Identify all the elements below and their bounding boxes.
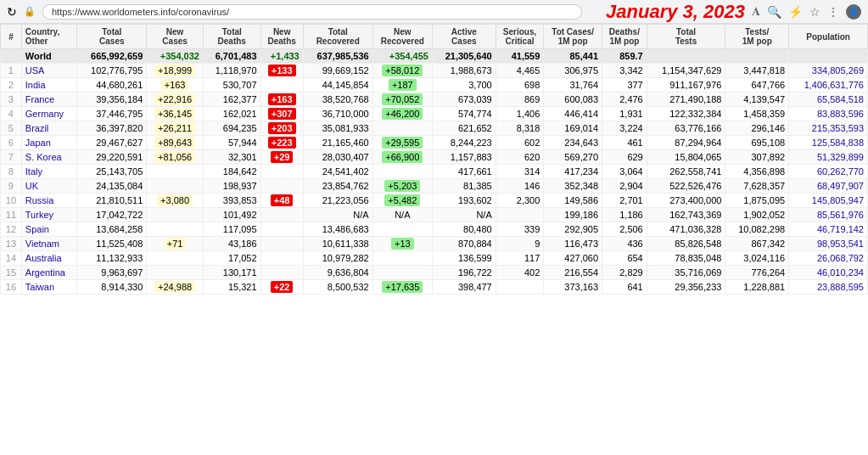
row-country[interactable]: Brazil	[21, 121, 77, 136]
col-country[interactable]: Country,Other	[21, 25, 77, 49]
col-num: #	[1, 25, 22, 49]
row-total-recovered: 36,710,000	[303, 107, 372, 121]
row-num: 8	[1, 165, 22, 179]
row-tot-cases-1m: 292,905	[544, 222, 602, 237]
col-total-recovered[interactable]: TotalRecovered	[303, 25, 372, 49]
world-new-recovered: +354,455	[372, 49, 432, 64]
row-serious: 620	[496, 150, 544, 165]
row-new-recovered: +66,900	[372, 150, 432, 165]
row-population: 215,353,593	[789, 121, 868, 136]
col-total-cases[interactable]: TotalCases	[77, 25, 147, 49]
row-num: 2	[1, 78, 22, 93]
row-total-cases: 36,397,820	[77, 121, 147, 136]
col-new-deaths[interactable]: NewDeaths	[260, 25, 303, 49]
col-deaths-1m[interactable]: Deaths/1M pop	[602, 25, 647, 49]
row-new-cases	[147, 222, 204, 237]
row-total-recovered: 8,500,532	[303, 280, 372, 295]
row-tests-1m: 307,892	[725, 150, 789, 165]
row-total-tests: 78,835,048	[647, 251, 725, 266]
row-country[interactable]: Turkey	[21, 208, 77, 222]
row-active-cases: 80,480	[432, 222, 496, 237]
col-total-deaths[interactable]: TotalDeaths	[203, 25, 260, 49]
profile-icon[interactable]: 👤	[846, 4, 861, 20]
row-num: 14	[1, 251, 22, 266]
row-new-deaths: +307	[260, 107, 303, 121]
reload-icon[interactable]: ↻	[7, 5, 17, 19]
row-num: 1	[1, 64, 22, 78]
world-new-deaths: +1,433	[260, 49, 303, 64]
row-total-cases: 17,042,722	[77, 208, 147, 222]
row-num: 15	[1, 266, 22, 280]
col-tests-1m[interactable]: Tests/1M pop	[725, 25, 789, 49]
row-total-recovered: 10,979,282	[303, 251, 372, 266]
row-total-deaths: 198,937	[203, 179, 260, 194]
row-active-cases: 398,477	[432, 280, 496, 295]
row-country[interactable]: Vietnam	[21, 237, 77, 251]
row-new-deaths: +22	[260, 280, 303, 295]
row-country[interactable]: Spain	[21, 222, 77, 237]
row-total-tests: 35,716,069	[647, 266, 725, 280]
row-tests-1m: 1,458,359	[725, 107, 789, 121]
row-serious: 339	[496, 222, 544, 237]
col-tot-cases-1m[interactable]: Tot Cases/1M pop	[544, 25, 602, 49]
row-num: 5	[1, 121, 22, 136]
row-total-recovered: 10,611,338	[303, 237, 372, 251]
font-icon[interactable]: 𝐀	[752, 4, 760, 19]
row-country[interactable]: India	[21, 78, 77, 93]
row-deaths-1m: 641	[602, 280, 647, 295]
row-country[interactable]: UK	[21, 179, 77, 194]
row-deaths-1m: 1,931	[602, 107, 647, 121]
row-new-recovered: +13	[372, 237, 432, 251]
row-total-recovered: 21,223,056	[303, 194, 372, 208]
col-total-tests[interactable]: TotalTests	[647, 25, 725, 49]
row-total-recovered: 35,081,933	[303, 121, 372, 136]
row-country[interactable]: Argentina	[21, 266, 77, 280]
row-new-deaths	[260, 222, 303, 237]
url-bar[interactable]: https://www.worldometers.info/coronaviru…	[42, 4, 582, 20]
row-country[interactable]: Russia	[21, 194, 77, 208]
row-tests-1m: 4,356,898	[725, 165, 789, 179]
row-total-deaths: 1,118,970	[203, 64, 260, 78]
bookmark-icon[interactable]: ☆	[809, 5, 820, 19]
row-country[interactable]: S. Korea	[21, 150, 77, 165]
row-total-tests: 122,332,384	[647, 107, 725, 121]
row-country[interactable]: Taiwan	[21, 280, 77, 295]
row-tot-cases-1m: 569,270	[544, 150, 602, 165]
row-deaths-1m: 2,476	[602, 93, 647, 107]
row-country[interactable]: Germany	[21, 107, 77, 121]
row-total-tests: 162,743,369	[647, 208, 725, 222]
world-population	[789, 49, 868, 64]
table-row: 12 Spain 13,684,258 117,095 13,486,683 8…	[1, 222, 868, 237]
col-new-recovered[interactable]: NewRecovered	[372, 25, 432, 49]
row-country[interactable]: Australia	[21, 251, 77, 266]
row-tot-cases-1m: 600,083	[544, 93, 602, 107]
table-row: 4 Germany 37,446,795 +36,145 162,021 +30…	[1, 107, 868, 121]
row-tests-1m: 647,766	[725, 78, 789, 93]
row-population: 51,329,899	[789, 150, 868, 165]
row-deaths-1m: 2,904	[602, 179, 647, 194]
row-total-tests: 471,036,328	[647, 222, 725, 237]
row-total-cases: 102,776,795	[77, 64, 147, 78]
col-serious[interactable]: Serious,Critical	[496, 25, 544, 49]
row-tot-cases-1m: 199,186	[544, 208, 602, 222]
row-population: 65,584,518	[789, 93, 868, 107]
row-population: 68,497,907	[789, 179, 868, 194]
row-country[interactable]: Italy	[21, 165, 77, 179]
row-country[interactable]: Japan	[21, 136, 77, 150]
row-new-deaths: +203	[260, 121, 303, 136]
col-active-cases[interactable]: ActiveCases	[432, 25, 496, 49]
col-new-cases[interactable]: NewCases	[147, 25, 204, 49]
col-population[interactable]: Population	[789, 25, 868, 49]
row-country[interactable]: France	[21, 93, 77, 107]
row-new-cases	[147, 165, 204, 179]
menu-icon[interactable]: ⋮	[827, 5, 839, 19]
row-country[interactable]: USA	[21, 64, 77, 78]
row-serious	[496, 208, 544, 222]
row-total-deaths: 101,492	[203, 208, 260, 222]
world-row: World 665,992,659 +354,032 6,701,483 +1,…	[1, 49, 868, 64]
world-num	[1, 49, 22, 64]
row-total-recovered: 44,145,854	[303, 78, 372, 93]
search-browser-icon[interactable]: 🔍	[767, 5, 781, 19]
extensions-icon[interactable]: ⚡	[788, 5, 803, 19]
row-population: 26,068,792	[789, 251, 868, 266]
